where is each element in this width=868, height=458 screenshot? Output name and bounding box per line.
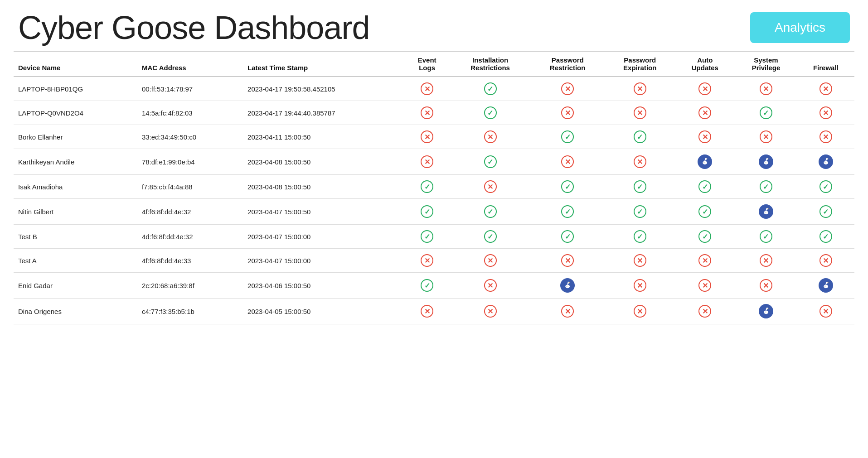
status-cell-x: ✕ — [450, 175, 531, 199]
status-cell-x: ✕ — [735, 77, 797, 101]
status-cell-x: ✕ — [797, 299, 854, 324]
status-cell-check: ✓ — [735, 225, 797, 249]
col-header-mac-address: MAC Address — [137, 51, 243, 77]
status-cell-x: ✕ — [605, 249, 675, 273]
status-cell-x: ✕ — [797, 249, 854, 273]
table-row: Karthikeyan Andile78:df:e1:99:0e:b42023-… — [14, 149, 854, 175]
status-cell-check: ✓ — [450, 225, 531, 249]
check-icon: ✓ — [561, 230, 574, 243]
x-icon: ✕ — [698, 130, 711, 143]
check-icon: ✓ — [484, 205, 497, 218]
col-header-device-name: Device Name — [14, 51, 137, 77]
status-cell-goose — [735, 149, 797, 175]
status-cell-check: ✓ — [675, 225, 735, 249]
svg-point-9 — [824, 161, 828, 164]
svg-point-7 — [767, 159, 768, 159]
x-icon: ✕ — [421, 155, 433, 168]
goose-icon — [698, 154, 712, 169]
status-cell-check: ✓ — [605, 199, 675, 225]
status-cell-x: ✕ — [797, 101, 854, 125]
x-icon: ✕ — [698, 106, 711, 119]
main-table-container: Device Name MAC Address Latest Time Stam… — [0, 51, 868, 333]
goose-icon — [819, 278, 833, 293]
check-icon: ✓ — [561, 130, 574, 143]
status-cell-x: ✕ — [530, 101, 605, 125]
analytics-button[interactable]: Analytics — [750, 12, 850, 43]
cell-mac-address: 14:5a:fc:4f:82:03 — [137, 101, 243, 125]
check-icon: ✓ — [561, 205, 574, 218]
x-icon: ✕ — [820, 130, 832, 143]
table-row: Enid Gadar2c:20:68:a6:39:8f2023-04-06 15… — [14, 273, 854, 299]
status-cell-check: ✓ — [404, 199, 450, 225]
x-icon: ✕ — [634, 155, 646, 168]
cell-mac-address: 2c:20:68:a6:39:8f — [137, 273, 243, 299]
col-header-firewall: Firewall — [797, 51, 854, 77]
status-cell-check: ✓ — [530, 225, 605, 249]
x-icon: ✕ — [421, 254, 433, 267]
cell-timestamp: 2023-04-05 15:00:50 — [243, 299, 404, 324]
check-icon: ✓ — [820, 230, 832, 243]
cell-device-name: Nitin Gilbert — [14, 199, 137, 225]
cell-device-name: Isak Amadioha — [14, 175, 137, 199]
cell-mac-address: 4f:f6:8f:dd:4e:32 — [137, 199, 243, 225]
status-cell-x: ✕ — [450, 249, 531, 273]
status-cell-check: ✓ — [404, 273, 450, 299]
goose-icon — [560, 278, 575, 293]
status-cell-check: ✓ — [735, 175, 797, 199]
check-icon: ✓ — [698, 205, 711, 218]
status-cell-x: ✕ — [404, 101, 450, 125]
status-cell-x: ✕ — [605, 299, 675, 324]
status-cell-check: ✓ — [450, 77, 531, 101]
x-icon: ✕ — [421, 82, 433, 95]
col-header-password-restriction: PasswordRestriction — [530, 51, 605, 77]
check-icon: ✓ — [634, 130, 646, 143]
x-icon: ✕ — [820, 82, 832, 95]
status-cell-goose — [735, 299, 797, 324]
status-cell-x: ✕ — [530, 149, 605, 175]
cell-mac-address: 4f:f6:8f:dd:4e:33 — [137, 249, 243, 273]
check-icon: ✓ — [484, 82, 497, 95]
cell-timestamp: 2023-04-08 15:00:50 — [243, 175, 404, 199]
x-icon: ✕ — [484, 180, 497, 193]
svg-point-2 — [705, 158, 707, 160]
status-cell-x: ✕ — [675, 101, 735, 125]
check-icon: ✓ — [820, 180, 832, 193]
svg-point-11 — [827, 159, 827, 159]
svg-point-13 — [764, 211, 768, 214]
cell-timestamp: 2023-04-07 15:00:00 — [243, 249, 404, 273]
check-icon: ✓ — [760, 230, 772, 243]
status-cell-check: ✓ — [675, 175, 735, 199]
x-icon: ✕ — [484, 130, 497, 143]
check-icon: ✓ — [698, 180, 711, 193]
x-icon: ✕ — [698, 279, 711, 292]
check-icon: ✓ — [421, 279, 433, 292]
check-icon: ✓ — [634, 205, 646, 218]
x-icon: ✕ — [421, 305, 433, 318]
x-icon: ✕ — [634, 254, 646, 267]
status-cell-x: ✕ — [675, 77, 735, 101]
cell-timestamp: 2023-04-11 15:00:50 — [243, 125, 404, 149]
x-icon: ✕ — [820, 106, 832, 119]
check-icon: ✓ — [634, 180, 646, 193]
status-cell-check: ✓ — [404, 175, 450, 199]
x-icon: ✕ — [698, 305, 711, 318]
goose-icon — [759, 154, 773, 169]
x-icon: ✕ — [760, 254, 772, 267]
status-cell-x: ✕ — [797, 77, 854, 101]
x-icon: ✕ — [421, 130, 433, 143]
cell-device-name: Borko Ellanher — [14, 125, 137, 149]
cell-mac-address: 78:df:e1:99:0e:b4 — [137, 149, 243, 175]
status-cell-check: ✓ — [450, 101, 531, 125]
col-header-password-expiration: PasswordExpiration — [605, 51, 675, 77]
check-icon: ✓ — [421, 205, 433, 218]
col-header-event-logs: EventLogs — [404, 51, 450, 77]
cell-device-name: Dina Origenes — [14, 299, 137, 324]
svg-point-10 — [826, 158, 828, 160]
goose-icon — [819, 154, 833, 169]
check-icon: ✓ — [484, 230, 497, 243]
x-icon: ✕ — [421, 106, 433, 119]
x-icon: ✕ — [484, 254, 497, 267]
x-icon: ✕ — [634, 279, 646, 292]
page-header: Cyber Goose Dashboard Analytics — [0, 0, 868, 51]
x-icon: ✕ — [561, 254, 574, 267]
